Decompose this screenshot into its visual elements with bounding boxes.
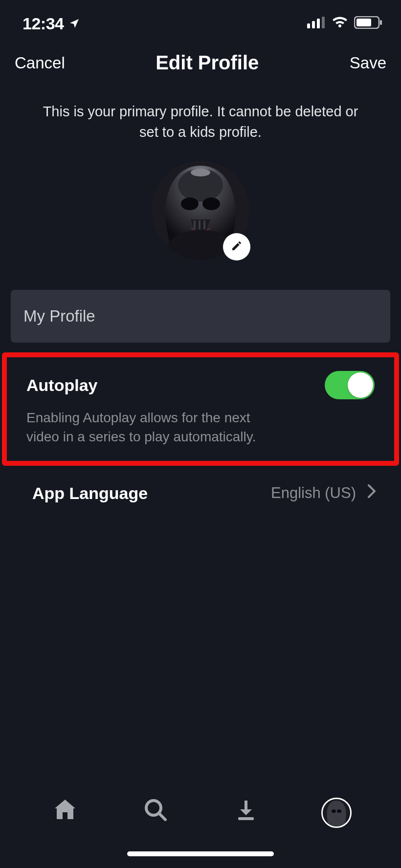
app-language-title: App Language <box>32 484 148 503</box>
autoplay-title: Autoplay <box>26 376 97 395</box>
app-language-row[interactable]: App Language English (US) <box>11 466 390 503</box>
page-header: Cancel Edit Profile Save <box>0 38 401 84</box>
wifi-icon <box>332 17 348 30</box>
svg-rect-14 <box>203 220 205 229</box>
search-icon <box>143 798 168 824</box>
status-bar: 12:34 <box>0 0 401 38</box>
chevron-right-icon <box>367 483 377 503</box>
svg-rect-6 <box>380 20 382 25</box>
svg-rect-19 <box>238 817 254 820</box>
app-language-value: English (US) <box>271 484 356 502</box>
nav-profile-avatar <box>321 798 352 828</box>
svg-point-23 <box>337 809 341 813</box>
home-icon <box>53 798 77 823</box>
battery-icon <box>354 16 382 31</box>
status-time: 12:34 <box>22 14 64 33</box>
location-arrow-icon <box>68 14 80 33</box>
cellular-signal-icon <box>307 17 326 30</box>
status-right <box>307 16 382 31</box>
svg-line-17 <box>159 814 165 820</box>
nav-profile[interactable] <box>314 798 358 828</box>
status-left: 12:34 <box>22 14 80 33</box>
svg-rect-13 <box>199 220 200 229</box>
svg-rect-3 <box>322 17 325 28</box>
nav-downloads[interactable] <box>224 798 268 824</box>
svg-point-22 <box>331 809 335 813</box>
avatar-section <box>0 147 401 280</box>
nav-home[interactable] <box>43 798 87 823</box>
edit-avatar-button[interactable] <box>223 233 250 260</box>
home-indicator[interactable] <box>127 851 274 856</box>
toggle-knob <box>348 372 373 398</box>
download-icon <box>234 798 258 824</box>
content: Autoplay Enabling Autoplay allows for th… <box>0 280 401 503</box>
autoplay-setting-highlighted: Autoplay Enabling Autoplay allows for th… <box>2 352 399 466</box>
nav-search[interactable] <box>134 798 178 824</box>
cancel-button[interactable]: Cancel <box>15 54 65 72</box>
save-button[interactable]: Save <box>350 54 386 72</box>
autoplay-description: Enabling Autoplay allows for the next vi… <box>26 408 281 446</box>
autoplay-toggle[interactable] <box>325 371 375 399</box>
svg-rect-5 <box>356 19 371 26</box>
profile-name-input[interactable] <box>11 290 390 343</box>
svg-point-15 <box>191 169 210 176</box>
svg-rect-0 <box>307 23 310 28</box>
primary-profile-info: This is your primary profile. It cannot … <box>0 84 401 147</box>
svg-rect-2 <box>317 19 320 28</box>
page-title: Edit Profile <box>156 52 259 74</box>
pencil-icon <box>231 240 243 254</box>
svg-point-11 <box>202 197 220 210</box>
svg-rect-12 <box>194 220 196 229</box>
svg-point-10 <box>181 197 199 210</box>
svg-rect-1 <box>312 21 315 28</box>
